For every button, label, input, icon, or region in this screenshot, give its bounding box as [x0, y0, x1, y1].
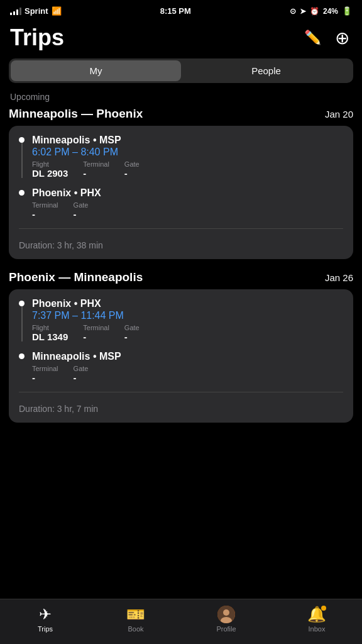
- trip-card-2[interactable]: Phoenix • PHX 7:37 PM – 11:44 PM Flight …: [9, 289, 353, 423]
- flight-origin-1: Minneapolis • MSP 6:02 PM – 8:40 PM Flig…: [19, 135, 343, 185]
- origin-dot-2: [19, 301, 25, 306]
- dest-city-2: Minneapolis • MSP: [32, 351, 343, 362]
- trip-header-2: Phoenix — Minneapolis Jan 26: [9, 270, 353, 284]
- terminal-value: -: [83, 168, 109, 179]
- book-icon: 🎫: [126, 606, 145, 623]
- bottom-nav: ✈ Trips 🎫 Book Profile 🔔 Inbox: [0, 599, 362, 644]
- battery-label: 24%: [323, 7, 338, 16]
- gate-value-2: -: [124, 331, 140, 342]
- dest-gate-col-2: Gate -: [74, 365, 89, 383]
- connector-line: [21, 143, 23, 178]
- dest-terminal-col: Terminal -: [32, 201, 58, 219]
- dest-gate-value: -: [74, 209, 89, 219]
- notification-bell-wrap: 🔔: [307, 606, 326, 623]
- nav-profile[interactable]: Profile: [181, 606, 272, 633]
- gate-col: Gate -: [124, 160, 140, 179]
- upcoming-label: Upcoming: [0, 92, 362, 107]
- origin-details-1: Flight DL 2903 Terminal - Gate -: [32, 160, 343, 179]
- dest-gate-label: Gate: [74, 201, 89, 209]
- origin-time-1: 6:02 PM – 8:40 PM: [32, 147, 343, 158]
- dest-dot-wrap-2: [19, 351, 25, 383]
- alarm-icon: ⏰: [310, 7, 319, 16]
- add-icon: ⊕: [335, 28, 349, 48]
- terminal-label: Terminal: [83, 160, 109, 168]
- dest-details-2: Terminal - Gate -: [32, 365, 343, 383]
- nav-trips-label: Trips: [38, 625, 53, 633]
- origin-dot: [19, 137, 25, 143]
- card-divider-2: [19, 392, 343, 392]
- flight-origin-2: Phoenix • PHX 7:37 PM – 11:44 PM Flight …: [19, 298, 343, 348]
- segment-people[interactable]: People: [181, 60, 351, 81]
- gate-label-2: Gate: [124, 324, 140, 331]
- flight-dest-1: Phoenix • PHX Terminal - Gate -: [19, 185, 343, 226]
- terminal-col: Terminal -: [83, 160, 109, 179]
- dest-gate-label-2: Gate: [74, 365, 89, 372]
- dest-terminal-value: -: [32, 209, 58, 219]
- target-icon: ⊙: [290, 7, 296, 16]
- location-icon: ➤: [300, 7, 306, 16]
- trip-card-1[interactable]: Minneapolis • MSP 6:02 PM – 8:40 PM Flig…: [9, 126, 353, 259]
- origin-info-2: Phoenix • PHX 7:37 PM – 11:44 PM Flight …: [32, 298, 343, 342]
- origin-city-2: Phoenix • PHX: [32, 298, 343, 309]
- origin-details-2: Flight DL 1349 Terminal - Gate -: [32, 324, 343, 342]
- trip-date-2: Jan 26: [325, 272, 353, 283]
- dest-terminal-label-2: Terminal: [32, 365, 58, 372]
- flight-col-2: Flight DL 1349: [32, 324, 68, 342]
- flight-value-2: DL 1349: [32, 331, 68, 342]
- dot-line-2: [19, 298, 25, 341]
- trip-route-1: Minneapolis — Phoenix: [9, 107, 143, 121]
- dest-terminal-label: Terminal: [32, 201, 58, 209]
- status-right: ⊙ ➤ ⏰ 24% 🔋: [290, 6, 352, 16]
- flight-value: DL 2903: [32, 168, 68, 179]
- nav-inbox[interactable]: 🔔 Inbox: [272, 606, 362, 633]
- dest-details-1: Terminal - Gate -: [32, 201, 343, 219]
- flight-col: Flight DL 2903: [32, 160, 68, 179]
- duration-2: Duration: 3 hr, 7 min: [19, 399, 343, 423]
- carrier-label: Sprint: [25, 6, 48, 16]
- edit-button[interactable]: ✏️: [302, 27, 324, 48]
- signal-icon: [10, 8, 21, 15]
- dest-info-1: Phoenix • PHX Terminal - Gate -: [32, 187, 343, 219]
- status-left: Sprint 📶: [10, 6, 62, 16]
- card-divider-1: [19, 228, 343, 229]
- edit-icon: ✏️: [304, 30, 321, 45]
- dest-terminal-value-2: -: [32, 372, 58, 383]
- nav-book[interactable]: 🎫 Book: [90, 606, 181, 633]
- dest-dot-wrap: [19, 187, 25, 219]
- page-title: Trips: [10, 25, 64, 51]
- trip-header-1: Minneapolis — Phoenix Jan 20: [9, 107, 353, 121]
- trip-route-2: Phoenix — Minneapolis: [9, 270, 143, 284]
- header-icons: ✏️ ⊕: [302, 25, 352, 51]
- header: Trips ✏️ ⊕: [0, 19, 362, 58]
- gate-col-2: Gate -: [124, 324, 140, 342]
- svg-point-1: [223, 609, 229, 616]
- gate-label: Gate: [124, 160, 140, 168]
- gate-value: -: [124, 168, 140, 179]
- trip-section-2: Phoenix — Minneapolis Jan 26 Phoenix • P…: [0, 270, 362, 434]
- trip-date-1: Jan 20: [325, 109, 353, 119]
- trip-section-1: Minneapolis — Phoenix Jan 20 Minneapolis…: [0, 107, 362, 270]
- connector-line-2: [21, 306, 23, 341]
- origin-time-2: 7:37 PM – 11:44 PM: [32, 310, 343, 321]
- duration-1: Duration: 3 hr, 38 min: [19, 235, 343, 259]
- dest-info-2: Minneapolis • MSP Terminal - Gate -: [32, 351, 343, 383]
- trips-icon: ✈: [39, 606, 52, 623]
- origin-city-1: Minneapolis • MSP: [32, 135, 343, 146]
- flight-label: Flight: [32, 160, 68, 168]
- nav-book-label: Book: [128, 625, 143, 633]
- dest-city-1: Phoenix • PHX: [32, 187, 343, 199]
- add-button[interactable]: ⊕: [332, 25, 352, 51]
- terminal-value-2: -: [83, 331, 109, 342]
- battery-icon: 🔋: [342, 6, 352, 16]
- time-label: 8:15 PM: [160, 6, 191, 16]
- flight-label-2: Flight: [32, 324, 68, 331]
- segment-control: My People: [9, 58, 353, 83]
- wifi-icon: 📶: [52, 6, 62, 16]
- segment-my[interactable]: My: [11, 60, 181, 81]
- terminal-label-2: Terminal: [83, 324, 109, 331]
- dest-dot-2: [19, 353, 25, 359]
- dot-line-1: [19, 135, 25, 178]
- nav-trips[interactable]: ✈ Trips: [0, 606, 90, 633]
- terminal-col-2: Terminal -: [83, 324, 109, 342]
- nav-inbox-label: Inbox: [309, 625, 326, 633]
